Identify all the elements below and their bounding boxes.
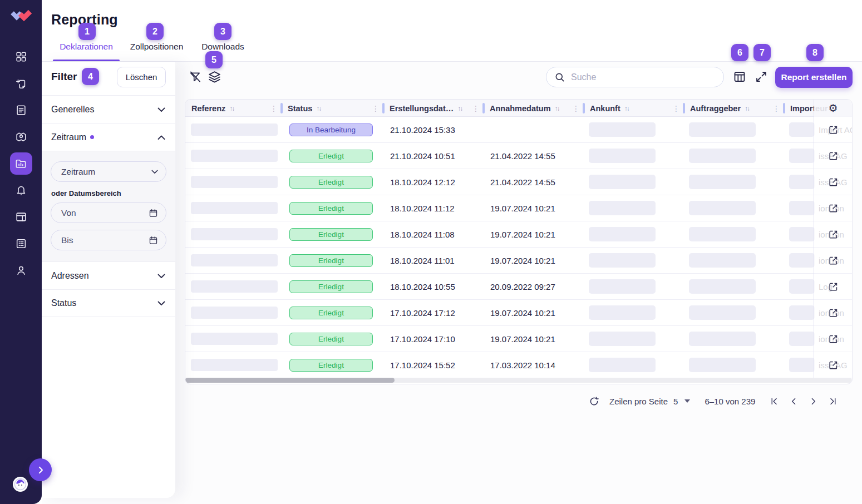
clear-filters-button[interactable]: Löschen (117, 67, 166, 87)
column-settings-icon[interactable] (733, 70, 746, 86)
created-date: 17.10.2024 15:52 (383, 352, 484, 378)
table-row[interactable]: Erledigt 18.10.2024 11:08 19.07.2024 10:… (185, 221, 852, 248)
open-external-icon[interactable] (828, 360, 839, 370)
accepted-date: 21.04.2022 14:55 (484, 143, 584, 169)
status-badge: Erledigt (289, 307, 373, 319)
sort-icon[interactable]: ↑↓ (555, 105, 559, 112)
chevron-up-icon (157, 132, 165, 142)
open-external-icon[interactable] (828, 229, 839, 240)
column-header-erstellungsdatum[interactable]: Erstellungsdat… ↑↓ ⋮ (383, 100, 484, 117)
user-avatar[interactable] (13, 477, 28, 492)
expand-sidebar-button[interactable] (29, 458, 52, 481)
table-row[interactable]: Erledigt 18.10.2024 11:01 19.07.2024 10:… (185, 248, 852, 274)
column-menu-icon[interactable]: ⋮ (372, 104, 380, 113)
column-header-status[interactable]: Status ↑↓ ⋮ (282, 100, 383, 117)
open-external-icon[interactable] (828, 308, 839, 318)
column-menu-icon[interactable]: ⋮ (672, 104, 680, 113)
table-row[interactable]: Erledigt 17.10.2024 17:12 19.07.2024 10:… (185, 300, 852, 326)
column-menu-icon[interactable]: ⋮ (472, 104, 480, 113)
zeitraum-select[interactable]: Zeitraum (51, 161, 166, 182)
column-menu-icon[interactable]: ⋮ (772, 104, 780, 113)
annotation-badge-8: 8 (806, 44, 824, 61)
sidebar-item-dashboard[interactable] (10, 46, 32, 68)
declarations-table: Referenz ↑↓ ⋮ Status ↑↓ ⋮ Erstellungsdat… (185, 99, 853, 384)
table-row[interactable]: In Bearbeitung 21.10.2024 15:33 Import A… (185, 117, 852, 143)
redacted-cell (689, 149, 756, 163)
sort-icon[interactable]: ↑↓ (229, 105, 234, 112)
annotation-badge-5: 5 (205, 51, 223, 68)
sidebar-item-notifications[interactable] (10, 179, 32, 201)
filter-section-adressen[interactable]: Adressen (42, 261, 175, 289)
rows-per-page-caret-icon[interactable] (684, 399, 690, 403)
sidebar-item-tracking[interactable] (10, 126, 32, 148)
annotation-badge-3: 3 (214, 23, 231, 40)
sidebar-item-reporting[interactable] (10, 152, 32, 175)
date-from-input[interactable]: Von (51, 202, 166, 223)
refresh-icon[interactable] (589, 396, 599, 407)
table-row[interactable]: Erledigt 18.10.2024 10:55 20.09.2022 09:… (185, 274, 852, 300)
column-resize-handle[interactable] (280, 103, 283, 113)
news-list-icon (15, 238, 27, 250)
column-menu-icon[interactable]: ⋮ (572, 104, 580, 113)
column-header-annahmedatum[interactable]: Annahmedatum ↑↓ ⋮ (484, 100, 584, 117)
horizontal-scrollbar[interactable] (185, 378, 852, 383)
sort-icon[interactable]: ↑↓ (624, 105, 629, 112)
open-external-icon[interactable] (828, 281, 839, 292)
redacted-cell (689, 122, 756, 137)
column-resize-handle[interactable] (683, 103, 685, 113)
column-resize-handle[interactable] (482, 103, 485, 113)
table-row[interactable]: Erledigt 18.10.2024 11:12 19.07.2024 10:… (185, 195, 852, 221)
redacted-cell (789, 332, 815, 346)
redacted-cell (789, 201, 815, 215)
open-external-icon[interactable] (828, 255, 839, 266)
accepted-date: 19.07.2024 10:21 (484, 195, 584, 221)
open-external-icon[interactable] (828, 177, 839, 187)
column-header-referenz[interactable]: Referenz ↑↓ ⋮ (185, 100, 282, 117)
column-header-auftraggeber[interactable]: Auftraggeber ↑↓ ⋮ (684, 100, 784, 117)
layers-icon[interactable] (208, 70, 221, 86)
tab-deklarationen[interactable]: Deklarationen (53, 42, 120, 61)
column-resize-handle[interactable] (583, 103, 585, 113)
table-row[interactable]: Erledigt 17.10.2024 17:10 19.07.2024 10:… (185, 326, 852, 352)
open-external-icon[interactable] (828, 125, 839, 135)
redacted-cell (789, 253, 815, 268)
sidebar-item-profile[interactable] (10, 259, 32, 281)
open-external-icon[interactable] (828, 203, 839, 214)
redacted-cell (589, 332, 656, 346)
column-resize-handle[interactable] (783, 103, 785, 113)
date-to-input[interactable]: Bis (51, 230, 166, 250)
sort-icon[interactable]: ↑↓ (316, 105, 321, 112)
annotation-badge-6: 6 (731, 44, 748, 61)
search-input[interactable] (571, 72, 710, 82)
sidebar-item-declarations[interactable] (10, 99, 32, 121)
column-resize-handle[interactable] (382, 103, 385, 113)
open-external-icon[interactable] (828, 334, 839, 344)
table-row[interactable]: Erledigt 17.10.2024 15:52 17.03.2022 10:… (185, 352, 852, 378)
filter-section-zeitraum[interactable]: Zeitraum (42, 123, 175, 151)
table-settings-icon[interactable]: ⚙ (828, 103, 838, 113)
previous-page-icon[interactable] (789, 397, 799, 406)
tab-zollpositionen[interactable]: Zollpositionen (130, 42, 184, 61)
sidebar-item-workspace[interactable] (10, 206, 32, 228)
sort-icon[interactable]: ↑↓ (457, 105, 462, 112)
clear-filter-icon[interactable] (189, 71, 201, 86)
sidebar-item-news[interactable] (10, 233, 32, 255)
fullscreen-icon[interactable] (755, 70, 768, 86)
created-date: 18.10.2024 11:08 (383, 221, 484, 248)
filter-section-status[interactable]: Status (42, 289, 175, 317)
column-menu-icon[interactable]: ⋮ (270, 104, 278, 113)
open-external-icon[interactable] (828, 151, 839, 161)
table-row[interactable]: Erledigt 18.10.2024 12:12 21.04.2022 14:… (185, 169, 852, 195)
sort-icon[interactable]: ↑↓ (745, 105, 749, 112)
create-report-button[interactable]: Report erstellen (775, 67, 853, 88)
last-page-icon[interactable] (828, 397, 838, 406)
rows-per-page-value[interactable]: 5 (673, 397, 678, 406)
table-row[interactable]: Erledigt 21.10.2024 10:51 21.04.2022 14:… (185, 143, 852, 169)
next-page-icon[interactable] (809, 397, 818, 406)
filter-section-generelles[interactable]: Generelles (42, 95, 175, 123)
sidebar-item-new-declaration[interactable] (10, 72, 32, 95)
first-page-icon[interactable] (770, 397, 779, 406)
search-field[interactable] (546, 67, 724, 87)
scrollbar-thumb[interactable] (185, 378, 395, 383)
column-header-ankunft[interactable]: Ankunft ↑↓ ⋮ (584, 100, 684, 117)
